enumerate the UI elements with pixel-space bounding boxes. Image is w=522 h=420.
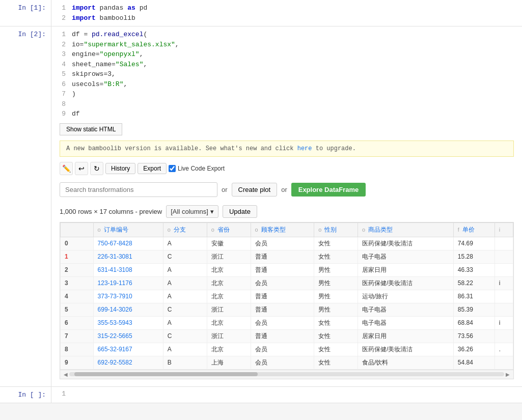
code-line: 9 df bbox=[56, 109, 518, 119]
scroll-left-arrow[interactable]: ◀ bbox=[62, 372, 69, 377]
col-header-gender: o 性别 bbox=[314, 222, 358, 237]
table-cell: 85.39 bbox=[453, 303, 494, 316]
table-row: 0750-67-8428A安徽会员女性医药保健/美妆清洁74.69 bbox=[61, 237, 513, 250]
cell-1-code: 1 import pandas as pd 2 import bamboolib bbox=[56, 3, 518, 23]
table-cell bbox=[494, 329, 513, 343]
table-cell: C bbox=[163, 250, 207, 263]
table-cell: 居家日用 bbox=[358, 329, 453, 343]
table-cell: A bbox=[163, 343, 207, 356]
live-code-label: Live Code Export bbox=[169, 165, 225, 172]
table-cell: 北京 bbox=[207, 316, 251, 329]
table-cell: 北京 bbox=[207, 290, 251, 303]
search-actions-row: or Create plot or Explore DataFrame bbox=[60, 182, 514, 197]
preview-info-text: 1,000 rows × 17 columns - preview bbox=[60, 208, 162, 215]
redo-button[interactable]: ↻ bbox=[90, 162, 103, 175]
table-cell: 54.84 bbox=[453, 356, 494, 369]
cell-3-prompt: In [ ]: bbox=[0, 387, 51, 403]
table-cell: A bbox=[163, 290, 207, 303]
cell-1-content[interactable]: 1 import pandas as pd 2 import bamboolib bbox=[51, 0, 522, 26]
table-cell: 692-92-5582 bbox=[93, 356, 163, 369]
table-cell: 665-32-9167 bbox=[93, 343, 163, 356]
table-cell: 女性 bbox=[314, 329, 358, 343]
table-cell: 浙江 bbox=[207, 329, 251, 343]
cell-3-code: 1 bbox=[56, 389, 518, 399]
code-line: 5 skiprows=3, bbox=[56, 69, 518, 79]
index-col-header bbox=[61, 222, 94, 237]
table-row: 3123-19-1176A北京会员男性医药保健/美妆清洁58.22i bbox=[61, 276, 513, 290]
horizontal-scrollbar[interactable]: ◀ ▶ bbox=[60, 370, 513, 379]
explore-dataframe-button[interactable]: Explore DataFrame bbox=[291, 183, 366, 197]
table-cell: 会员 bbox=[251, 343, 314, 356]
code-line: 8 bbox=[56, 99, 518, 109]
table-row: 7315-22-5665C浙江普通女性居家日用73.56 bbox=[61, 329, 513, 343]
table-cell: 北京 bbox=[207, 343, 251, 356]
table-cell: 68.84 bbox=[453, 316, 494, 329]
export-button[interactable]: Export bbox=[138, 163, 167, 174]
code-line: 2 io="supermarkt_sales.xlsx", bbox=[56, 40, 518, 50]
code-line: 2 import bamboolib bbox=[56, 13, 518, 23]
column-select-label: [All columns] bbox=[171, 208, 208, 215]
table-cell: C bbox=[163, 303, 207, 316]
table-cell bbox=[494, 356, 513, 369]
history-button[interactable]: History bbox=[105, 163, 135, 174]
create-plot-button[interactable]: Create plot bbox=[232, 183, 278, 197]
table-cell: 86.31 bbox=[453, 290, 494, 303]
col-header-customer-type: o 顾客类型 bbox=[251, 222, 314, 237]
table-cell: 女性 bbox=[314, 250, 358, 263]
table-cell: 会员 bbox=[251, 276, 314, 290]
table-cell: 会员 bbox=[251, 356, 314, 369]
table-row: 5699-14-3026C浙江普通男性电子电器85.39 bbox=[61, 303, 513, 316]
table-cell: 医药保健/美妆清洁 bbox=[358, 343, 453, 356]
table-cell: 居家日用 bbox=[358, 263, 453, 276]
upgrade-link[interactable]: here bbox=[297, 145, 312, 152]
or-text-2: or bbox=[281, 186, 287, 193]
table-cell bbox=[494, 303, 513, 316]
table-cell: 46.33 bbox=[453, 263, 494, 276]
scroll-track[interactable] bbox=[69, 372, 504, 376]
cell-2-content[interactable]: 1 df = pd.read_excel( 2 io="supermarkt_s… bbox=[51, 26, 522, 386]
scroll-thumb[interactable] bbox=[74, 372, 258, 376]
data-table: o 订单编号 o 分支 o 省份 o 顾客类型 o 性别 o 商品类型 f 单价… bbox=[60, 222, 513, 370]
table-cell: 315-22-5665 bbox=[93, 329, 163, 343]
table-cell: 女性 bbox=[314, 356, 358, 369]
code-line: 7 ) bbox=[56, 89, 518, 99]
column-select-dropdown[interactable]: [All columns] ▾ bbox=[166, 205, 218, 218]
table-cell bbox=[494, 250, 513, 263]
table-cell: 73.56 bbox=[453, 329, 494, 343]
scroll-right-arrow[interactable]: ▶ bbox=[504, 372, 511, 377]
cell-3-content[interactable]: 1 bbox=[51, 387, 522, 403]
table-cell: 74.69 bbox=[453, 237, 494, 250]
table-cell bbox=[494, 237, 513, 250]
table-cell: 电子电器 bbox=[358, 316, 453, 329]
table-body: 0750-67-8428A安徽会员女性医药保健/美妆清洁74.691226-31… bbox=[61, 237, 513, 369]
table-cell: 女性 bbox=[314, 316, 358, 329]
col-header-branch: o 分支 bbox=[163, 222, 207, 237]
table-row: 4373-73-7910A北京普通男性运动/旅行86.31 bbox=[61, 290, 513, 303]
cell-2-prompt: In [2]: bbox=[0, 26, 51, 386]
table-cell: 699-14-3026 bbox=[93, 303, 163, 316]
data-table-wrapper[interactable]: o 订单编号 o 分支 o 省份 o 顾客类型 o 性别 o 商品类型 f 单价… bbox=[60, 222, 514, 379]
table-cell: 男性 bbox=[314, 263, 358, 276]
show-static-html-button[interactable]: Show static HTML bbox=[60, 123, 122, 135]
table-cell: 女性 bbox=[314, 237, 358, 250]
live-code-checkbox[interactable] bbox=[169, 165, 176, 172]
cell-2-code: 1 df = pd.read_excel( 2 io="supermarkt_s… bbox=[56, 30, 518, 119]
cell-1: In [1]: 1 import pandas as pd 2 import b… bbox=[0, 0, 522, 26]
edit-icon-button[interactable]: ✏️ bbox=[60, 162, 73, 175]
code-line: 1 bbox=[56, 389, 518, 399]
table-cell: 医药保健/美妆清洁 bbox=[358, 237, 453, 250]
table-cell: 普通 bbox=[251, 250, 314, 263]
table-cell: 安徽 bbox=[207, 237, 251, 250]
cell-1-prompt: In [1]: bbox=[0, 0, 51, 26]
table-cell: 女性 bbox=[314, 343, 358, 356]
col-header-extra: i bbox=[494, 222, 513, 237]
col-header-price: f 单价 bbox=[453, 222, 494, 237]
search-transformations-input[interactable] bbox=[60, 182, 217, 197]
table-cell: 631-41-3108 bbox=[93, 263, 163, 276]
or-text-1: or bbox=[222, 186, 228, 193]
cell-2-output: Show static HTML A new bamboolib version… bbox=[56, 119, 518, 383]
table-cell: 会员 bbox=[251, 316, 314, 329]
undo-button[interactable]: ↩ bbox=[75, 162, 88, 175]
update-button[interactable]: Update bbox=[223, 205, 257, 218]
table-cell: A bbox=[163, 237, 207, 250]
